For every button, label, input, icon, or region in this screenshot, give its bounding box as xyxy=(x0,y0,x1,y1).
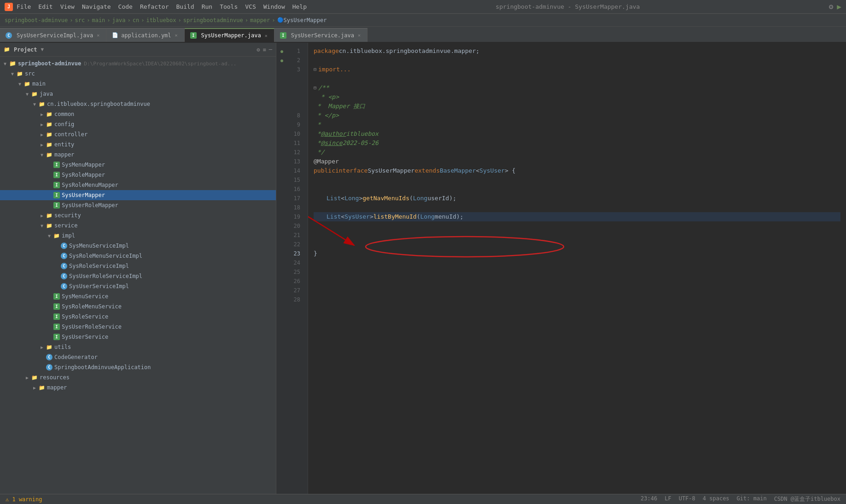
tree-arrow-config[interactable]: ▶ xyxy=(41,122,46,127)
tree-arrow-src[interactable]: ▼ xyxy=(11,71,17,76)
tree-item-sysusermapper[interactable]: ▶ I SysUserMapper xyxy=(0,190,276,200)
gutter-icon-18[interactable]: ● xyxy=(280,58,283,63)
tree-item-sysuserservice[interactable]: ▶ I SysUserService xyxy=(0,332,276,342)
sidebar-dropdown-icon[interactable]: ▼ xyxy=(41,46,44,52)
tree-item-sysrolemapper[interactable]: ▶ I SysRoleMapper xyxy=(0,170,276,180)
tree-item-root[interactable]: ▼ 📁 springboot-adminvue D:\ProgramWorkSp… xyxy=(0,58,276,69)
tree-item-config[interactable]: ▶ 📁 config xyxy=(0,119,276,129)
sidebar-settings-icon[interactable]: ≡ xyxy=(263,46,266,53)
tab-sysusermapper[interactable]: I SysUserMapper.java ✕ xyxy=(185,28,274,42)
menu-view[interactable]: View xyxy=(60,3,75,10)
code-area[interactable]: package cn.itbluebox.springbootadminvue.… xyxy=(308,43,846,494)
breadcrumb-mapper[interactable]: mapper xyxy=(250,17,270,23)
tree-item-codegenerator[interactable]: ▶ C CodeGenerator xyxy=(0,352,276,362)
tree-item-sysrolemenuservice[interactable]: ▶ I SysRoleMenuService xyxy=(0,301,276,312)
tree-arrow-java[interactable]: ▼ xyxy=(26,92,31,97)
tab-application-yml[interactable]: 📄 application.yml ✕ xyxy=(106,28,184,42)
tab-sysuserservice[interactable]: I SysUserService.java ✕ xyxy=(274,28,368,42)
tree-item-java[interactable]: ▼ 📁 java xyxy=(0,89,276,99)
ln-28: 28 xyxy=(287,295,304,304)
generic-long-close: > xyxy=(359,194,362,203)
tree-arrow-controller[interactable]: ▶ xyxy=(41,132,46,137)
ln-8: 8 xyxy=(287,111,304,120)
tree-item-cn[interactable]: ▼ 📁 cn.itbluebox.springbootadminvue xyxy=(0,99,276,109)
tree-arrow-service[interactable]: ▼ xyxy=(41,223,46,228)
tree-item-sysmenuservice[interactable]: ▶ I SysMenuService xyxy=(0,291,276,301)
tree-arrow-main[interactable]: ▼ xyxy=(18,81,24,87)
tree-item-entity[interactable]: ▶ 📁 entity xyxy=(0,139,276,150)
tree-item-mapper-folder[interactable]: ▼ 📁 mapper xyxy=(0,150,276,160)
tree-item-common[interactable]: ▶ 📁 common xyxy=(0,109,276,119)
tree-item-utils[interactable]: ▶ 📁 utils xyxy=(0,342,276,352)
tree-item-sysuserroleserviceimpl[interactable]: ▶ C SysUserRoleServiceImpl xyxy=(0,271,276,281)
menu-edit[interactable]: Edit xyxy=(38,3,53,10)
tree-arrow-root[interactable]: ▼ xyxy=(4,61,9,66)
tree-arrow-resources[interactable]: ▶ xyxy=(26,375,31,380)
breadcrumb-itbluebox[interactable]: itbluebox xyxy=(146,17,176,23)
tab-close-4[interactable]: ✕ xyxy=(357,32,362,39)
tree-item-mapper-resources[interactable]: ▶ 📁 mapper xyxy=(0,382,276,393)
tree-item-sysuserserviceimpl[interactable]: ▶ C SysUserServiceImpl xyxy=(0,281,276,291)
menu-build[interactable]: Build xyxy=(176,3,194,10)
tree-item-springbootapp[interactable]: ▶ C SpringbootAdminvueApplication xyxy=(0,362,276,372)
menu-file[interactable]: File xyxy=(17,3,31,10)
tab-close-3[interactable]: ✕ xyxy=(264,32,268,39)
tree-item-src[interactable]: ▼ 📁 src xyxy=(0,69,276,79)
breadcrumb-springbootadminvue[interactable]: springbootadminvue xyxy=(183,17,243,23)
menu-run[interactable]: Run xyxy=(202,3,212,10)
breadcrumb-java[interactable]: java xyxy=(112,17,126,23)
tree-item-resources[interactable]: ▶ 📁 resources xyxy=(0,372,276,382)
menu-navigate[interactable]: Navigate xyxy=(82,3,111,10)
menu-vcs[interactable]: VCS xyxy=(245,3,256,10)
menu-refactor[interactable]: Refactor xyxy=(140,3,169,10)
tree-arrow-security[interactable]: ▶ xyxy=(41,213,46,218)
gutter-icon-17[interactable]: ● xyxy=(280,49,283,54)
tree-item-sysmenusmapper[interactable]: ▶ I SysMenuMapper xyxy=(0,160,276,170)
breadcrumb-cn[interactable]: cn xyxy=(133,17,139,23)
tree-arrow-mapper-res[interactable]: ▶ xyxy=(33,385,39,390)
menu-help[interactable]: Help xyxy=(292,3,307,10)
tree-item-security[interactable]: ▶ 📁 security xyxy=(0,210,276,220)
breadcrumb-project[interactable]: springboot-adminvue xyxy=(5,17,68,23)
menu-bar[interactable]: File Edit View Navigate Code Refactor Bu… xyxy=(17,3,307,10)
menu-window[interactable]: Window xyxy=(263,3,285,10)
tree-arrow-common[interactable]: ▶ xyxy=(41,112,46,117)
tree-item-sysrolemenumapper[interactable]: ▶ I SysRoleMenuMapper xyxy=(0,180,276,190)
fold-javadoc[interactable]: ⊟ xyxy=(314,83,316,93)
tree-item-sysmenuserviceimpl[interactable]: ▶ C SysMenuServiceImpl xyxy=(0,241,276,251)
tree-item-main[interactable]: ▼ 📁 main xyxy=(0,79,276,89)
tree-item-sysroleserviceimpl[interactable]: ▶ C SysRoleServiceImpl xyxy=(0,261,276,271)
tree-arrow-utils[interactable]: ▶ xyxy=(41,345,46,350)
sidebar-toolbar[interactable]: ⚙ ≡ ─ xyxy=(257,46,272,53)
javadoc-start: /** xyxy=(318,83,329,93)
code-line-12: * </p> xyxy=(314,111,840,120)
menu-code[interactable]: Code xyxy=(118,3,133,10)
tree-item-controller[interactable]: ▶ 📁 controller xyxy=(0,129,276,139)
tree-item-sysroleservice[interactable]: ▶ I SysRoleService xyxy=(0,312,276,322)
breadcrumb-src[interactable]: src xyxy=(75,17,85,23)
tree-item-sysrolemenuserviceimpl[interactable]: ▶ C SysRoleMenuServiceImpl xyxy=(0,251,276,261)
menu-tools[interactable]: Tools xyxy=(220,3,238,10)
tree-arrow-cn[interactable]: ▼ xyxy=(33,102,39,107)
tree-item-sysuserrolemapper[interactable]: ▶ I SysUserRoleMapper xyxy=(0,200,276,210)
title-controls[interactable]: ⚙ ▶ xyxy=(829,2,841,11)
tab-sysuserserviceimpl[interactable]: C SysUserServiceImpl.java ✕ xyxy=(0,28,106,42)
breadcrumb-file[interactable]: SysUserMapper xyxy=(284,17,327,23)
fold-import[interactable]: ⊟ xyxy=(314,65,316,74)
tab-close-2[interactable]: ✕ xyxy=(174,32,179,39)
tab-close-1[interactable]: ✕ xyxy=(96,32,100,39)
sidebar-gear-icon[interactable]: ⚙ xyxy=(257,46,260,53)
tab-label-2: application.yml xyxy=(121,32,171,39)
tree-arrow-mapper[interactable]: ▼ xyxy=(41,152,46,157)
code-line-11: * Mapper 接口 xyxy=(314,102,840,111)
sidebar-collapse-icon[interactable]: ─ xyxy=(269,46,272,53)
tree-label-cn: cn.itbluebox.springbootadminvue xyxy=(47,101,150,107)
gutter-17: ● xyxy=(277,46,286,56)
tree-item-service[interactable]: ▼ 📁 service xyxy=(0,220,276,231)
tree-arrow-impl[interactable]: ▼ xyxy=(48,233,53,238)
tree-arrow-entity[interactable]: ▶ xyxy=(41,142,46,147)
breadcrumb-main[interactable]: main xyxy=(92,17,105,23)
tree-item-sysuserroleservice[interactable]: ▶ I SysUserRoleService xyxy=(0,322,276,332)
tree-item-impl[interactable]: ▼ 📁 impl xyxy=(0,231,276,241)
file-icon-sysuserservice: I xyxy=(53,334,60,340)
